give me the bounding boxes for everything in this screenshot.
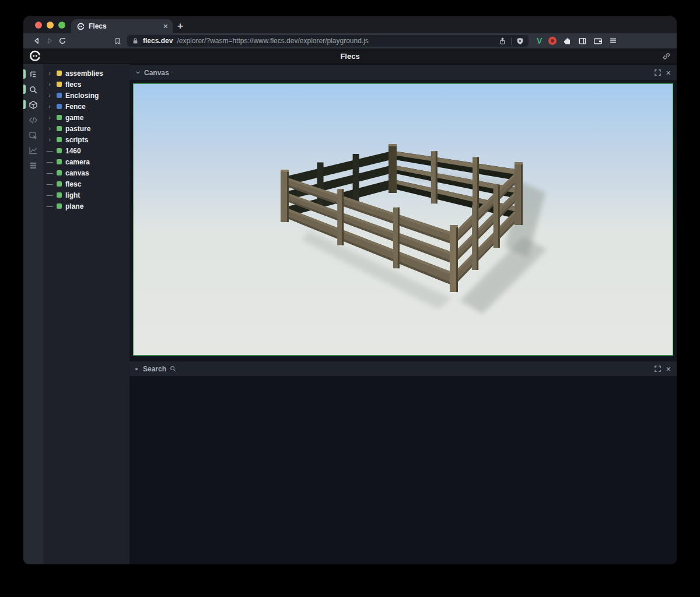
tab-title: Flecs [89,22,159,30]
entity-kind-square [57,137,62,142]
sidebar-icon[interactable] [578,37,587,45]
close-icon[interactable]: × [666,69,671,77]
menu-icon[interactable] [609,37,617,45]
fence-scene [134,84,673,355]
search-icon [170,366,176,372]
entity-label[interactable]: assemblies [65,69,103,78]
tree-item-1460[interactable]: —1460 [46,145,130,156]
forward-button[interactable] [43,34,56,47]
fullscreen-icon[interactable] [654,366,661,372]
rail-script-button[interactable] [23,114,43,126]
rail-search-button[interactable] [23,83,43,96]
entity-kind-square [57,71,62,76]
back-button[interactable] [30,34,43,47]
wallet-icon[interactable] [593,37,603,45]
back-icon [33,37,41,45]
canvas-panel-header[interactable]: Canvas × [130,65,677,80]
tree-item-assemblies[interactable]: ›assemblies [46,68,130,79]
expand-chevron-icon[interactable]: › [46,125,53,132]
entity-label[interactable]: camera [65,158,90,166]
leaf-dash-icon: — [46,148,53,154]
chevron-down-icon[interactable] [135,70,141,75]
entity-label[interactable]: Fence [65,103,86,111]
url-bar[interactable]: flecs.dev /explorer/?wasm=https://www.fl… [127,35,528,47]
canvas-panel-title: Canvas [144,69,169,77]
browser-toolbar: flecs.dev /explorer/?wasm=https://www.fl… [23,33,677,48]
active-indicator [23,69,26,79]
leaf-dash-icon: — [46,181,53,187]
tree-item-flesc[interactable]: —flesc [46,178,130,189]
zoom-window-button[interactable] [58,22,65,29]
close-window-button[interactable] [35,22,42,29]
url-path: /explorer/?wasm=https://www.flecs.dev/ex… [177,37,495,45]
url-separator: | [510,37,512,45]
tool-rail [23,64,43,564]
brave-shield-icon[interactable] [516,37,524,45]
tree-item-enclosing[interactable]: ›Enclosing [46,90,130,101]
bookmark-icon [114,37,121,45]
minimize-window-button[interactable] [47,22,54,29]
entity-label[interactable]: game [65,114,83,122]
tree-item-flecs[interactable]: ›flecs [46,79,130,90]
tree-item-canvas[interactable]: —canvas [46,167,130,178]
entity-kind-square [57,104,62,109]
rail-inspector-button[interactable] [23,129,43,141]
entity-tree-panel: ›assemblies ›flecs ›Enclosing ›Fence ›ga… [43,64,130,564]
entity-kind-square [57,93,62,98]
expand-chevron-icon[interactable]: › [46,81,53,87]
entity-kind-square [57,82,62,87]
entity-label[interactable]: flesc [65,180,81,188]
share-icon[interactable] [499,37,506,45]
tree-item-fence[interactable]: ›Fence [46,101,130,112]
expand-chevron-icon[interactable]: › [46,136,53,143]
stacked-rows-icon [29,161,38,170]
entity-label[interactable]: light [65,191,80,199]
rail-statistics-button[interactable] [23,144,43,156]
app-header: Flecs [23,48,677,64]
entity-label[interactable]: plane [65,202,83,210]
share-link-icon[interactable] [662,52,671,61]
expand-chevron-icon[interactable]: › [46,70,53,76]
collapsed-marker-icon[interactable] [135,368,138,370]
entity-kind-square [57,181,62,187]
entity-kind-square [57,126,62,131]
tab-close-icon[interactable]: × [163,22,168,30]
tree-item-camera[interactable]: —camera [46,156,130,167]
entity-kind-square [57,115,62,120]
entity-label[interactable]: pasture [65,125,90,133]
tree-item-plane[interactable]: —plane [46,201,130,212]
expand-chevron-icon[interactable]: › [46,103,53,110]
rail-entity-tree-button[interactable] [23,68,43,80]
entity-label[interactable]: flecs [65,80,81,89]
inspect-cursor-icon [29,131,38,140]
vue-devtools-icon[interactable]: V [537,36,542,45]
fullscreen-icon[interactable] [654,69,661,76]
canvas-3d-viewport[interactable] [133,83,673,356]
browser-tab[interactable]: Flecs × [71,19,173,33]
puzzle-extensions-icon[interactable] [563,37,572,45]
search-panel-header[interactable]: Search × [130,361,677,376]
entity-label[interactable]: Enclosing [65,92,99,100]
main-panels: Canvas × Search [130,64,677,564]
rail-tables-button[interactable] [23,159,43,171]
bookmark-button[interactable] [111,34,124,47]
tree-item-light[interactable]: —light [46,189,130,201]
line-chart-icon [29,146,38,155]
expand-chevron-icon[interactable]: › [46,92,53,99]
tree-item-pasture[interactable]: ›pasture [46,123,130,134]
entity-label[interactable]: 1460 [65,147,81,155]
extension-red-icon[interactable] [548,37,556,45]
reload-button[interactable] [56,34,69,47]
entity-label[interactable]: canvas [65,169,89,177]
reload-icon [58,37,66,45]
tree-item-scripts[interactable]: ›scripts [46,134,130,145]
new-tab-button[interactable]: + [173,19,188,33]
entity-label[interactable]: scripts [65,136,88,144]
rail-canvas-button[interactable] [23,99,43,111]
search-panel-body [130,376,677,564]
close-icon[interactable]: × [666,365,671,373]
tree-item-game[interactable]: ›game [46,112,130,123]
expand-chevron-icon[interactable]: › [46,114,53,121]
page-title: Flecs [23,52,677,61]
leaf-dash-icon: — [46,170,53,176]
